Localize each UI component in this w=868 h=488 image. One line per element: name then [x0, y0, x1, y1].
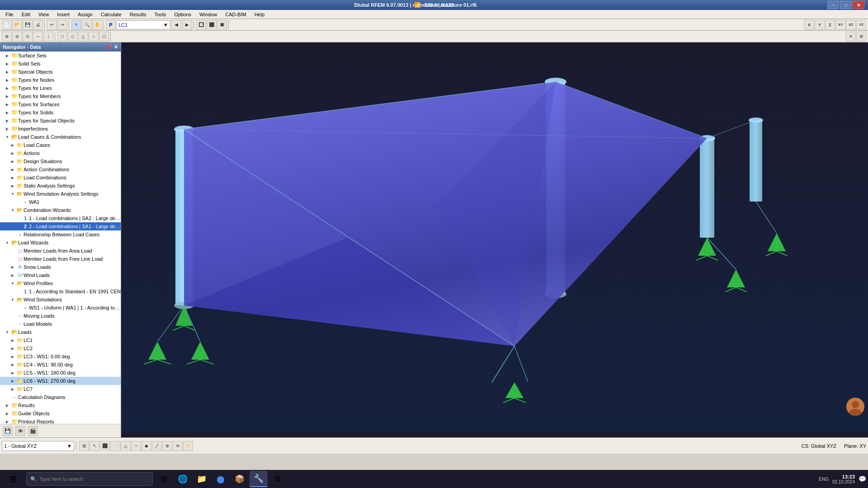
tb-render3[interactable]: 🔳	[217, 20, 227, 30]
tb2-2[interactable]: ⊖	[12, 32, 22, 42]
bottom-btn-9[interactable]: ⊕	[162, 441, 172, 451]
expand-lc5[interactable]: ▶	[9, 369, 16, 376]
expand-lc4[interactable]: ▶	[9, 361, 16, 368]
close-btn[interactable]: ✕	[853, 1, 864, 9]
user-avatar[interactable]	[846, 398, 864, 416]
tree-lc6[interactable]: ▶ 📁 LC6 - WS1: 270.00 deg	[0, 377, 121, 385]
nav-btn-1[interactable]: 💾	[3, 426, 13, 436]
taskbar-widget[interactable]: ⊞	[155, 471, 173, 487]
menu-cadbim[interactable]: CAD-BIM	[222, 11, 250, 18]
lc-dropdown[interactable]: LC1 ▼	[116, 20, 170, 29]
bottom-btn-3[interactable]: ⬛	[100, 441, 110, 451]
expand-imperfections[interactable]: ▶	[4, 125, 11, 132]
tree-results[interactable]: ▶ 📁 Results	[0, 401, 121, 409]
menu-assign[interactable]: Assign	[74, 11, 96, 18]
expand-loads[interactable]: ▼	[4, 328, 11, 336]
nav-close-icon[interactable]: ✕	[114, 44, 118, 50]
expand-load-cases[interactable]: ▶	[9, 141, 16, 149]
tree-lc4[interactable]: ▶ 📁 LC4 - WS1: 90.00 deg	[0, 361, 121, 369]
tb-pin[interactable]: P	[106, 20, 115, 30]
tb-render1[interactable]: 🔲	[196, 20, 206, 30]
tb-select[interactable]: ↖	[71, 20, 81, 30]
expand-snow-loads[interactable]: ▶	[9, 263, 16, 271]
tree-member-free[interactable]: ▶ ⬡ Member Loads from Free Line Load	[0, 255, 121, 263]
menu-help[interactable]: Help	[251, 11, 269, 18]
nav-tree[interactable]: ▶ 📁 Surface Sets ▶ 📁 Solid Sets ▶ 📁 Spec…	[0, 52, 121, 424]
tb-xyz-xz[interactable]: XZ	[846, 20, 856, 30]
taskbar-explorer[interactable]: 📁	[193, 471, 211, 487]
tb2-right2[interactable]: ⚙	[856, 32, 866, 42]
tree-member-area[interactable]: ▶ ⬡ Member Loads from Area Load	[0, 247, 121, 255]
tb2-8[interactable]: △	[78, 32, 88, 42]
menu-insert[interactable]: Insert	[53, 11, 73, 18]
expand-lc6[interactable]: ▶	[9, 377, 16, 385]
tb-open[interactable]: 📂	[12, 20, 22, 30]
expand-lc7[interactable]: ▶	[9, 385, 16, 393]
tree-types-surfaces[interactable]: ▶ 📁 Types for Surfaces	[0, 100, 121, 108]
menu-edit[interactable]: Edit	[18, 11, 34, 18]
minimize-btn[interactable]: ─	[827, 1, 839, 9]
tree-loads[interactable]: ▼ 📂 Loads	[0, 328, 121, 336]
tree-types-members[interactable]: ▶ 📁 Types for Members	[0, 92, 121, 100]
expand-types-solids[interactable]: ▶	[4, 109, 11, 116]
bottom-btn-10[interactable]: ≋	[173, 441, 183, 451]
tree-lc5[interactable]: ▶ 📁 LC5 - WS1: 180.00 deg	[0, 369, 121, 377]
expand-types-special[interactable]: ▶	[4, 117, 11, 124]
bottom-btn-1[interactable]: ⊞	[79, 441, 89, 451]
tb-xyz-z[interactable]: Z	[825, 20, 835, 30]
tree-combo1[interactable]: ▶ 1 1 - Load combinations | SA2 - Large …	[0, 214, 121, 222]
expand-results[interactable]: ▶	[4, 402, 11, 409]
tb-xyz-x[interactable]: X	[804, 20, 814, 30]
tb2-7[interactable]: ◇	[68, 32, 78, 42]
bottom-btn-4[interactable]: ⬜	[110, 441, 120, 451]
menu-calculate[interactable]: Calculate	[97, 11, 125, 18]
tree-load-wizards[interactable]: ▼ 📂 Load Wizards	[0, 239, 121, 247]
expand-wind-simulations[interactable]: ▼	[9, 296, 16, 303]
tree-types-nodes[interactable]: ▶ 📁 Types for Nodes	[0, 76, 121, 84]
bottom-btn-7[interactable]: ◆	[142, 441, 151, 451]
tb-zoom[interactable]: 🔍	[82, 20, 92, 30]
tree-printout-reports[interactable]: ▶ 📁 Printout Reports	[0, 418, 121, 424]
expand-special-objects[interactable]: ▶	[4, 68, 11, 75]
nav-pin-icon[interactable]: 📌	[106, 44, 112, 50]
menu-file[interactable]: File	[2, 11, 17, 18]
menu-window[interactable]: Window	[196, 11, 221, 18]
expand-load-combinations[interactable]: ▶	[9, 174, 16, 181]
tree-relationship[interactable]: ▶ ▪ Relationship Between Load Cases	[0, 230, 121, 239]
nav-btn-3[interactable]: 🎬	[28, 426, 38, 436]
expand-load-wizards[interactable]: ▼	[4, 239, 11, 246]
tb-undo[interactable]: ↩	[47, 20, 57, 30]
menu-results[interactable]: Results	[126, 11, 150, 18]
tree-types-solids[interactable]: ▶ 📁 Types for Solids	[0, 108, 121, 117]
tb2-6[interactable]: □	[57, 32, 67, 42]
tb2-9[interactable]: ○	[89, 32, 99, 42]
tree-load-cases-comb[interactable]: ▼ 📂 Load Cases & Combinations	[0, 133, 121, 141]
maximize-btn[interactable]: □	[840, 1, 852, 9]
menu-view[interactable]: View	[35, 11, 53, 18]
expand-load-cases-comb[interactable]: ▼	[4, 133, 11, 141]
tree-types-special[interactable]: ▶ 📁 Types for Special Objects	[0, 117, 121, 125]
expand-types-lines[interactable]: ▶	[4, 84, 11, 92]
tree-combo-wizards[interactable]: ▼ 📂 Combination Wizards	[0, 206, 121, 214]
tb-xyz-xy[interactable]: XY	[835, 20, 845, 30]
tree-special-objects[interactable]: ▶ 📁 Special Objects	[0, 68, 121, 76]
coordinate-system-dropdown[interactable]: 1 - Global XYZ ▼	[2, 441, 74, 451]
tree-wind-sim-settings[interactable]: ▼ 📂 Wind Simulation Analysis Settings	[0, 190, 121, 198]
tb2-10[interactable]: ⬡	[99, 32, 109, 42]
expand-action-combinations[interactable]: ▶	[9, 166, 16, 173]
tree-wind-profiles[interactable]: ▼ 📂 Wind Profiles	[0, 279, 121, 287]
bottom-btn-11[interactable]: ⚡	[183, 441, 193, 451]
tree-types-lines[interactable]: ▶ 📁 Types for Lines	[0, 84, 121, 92]
tb2-5[interactable]: ↕	[43, 32, 53, 42]
tree-moving-loads[interactable]: ▶ ─ Moving Loads	[0, 312, 121, 320]
taskbar-browser[interactable]: 🌐	[174, 471, 192, 487]
taskbar-rfem[interactable]: 🔧	[250, 471, 268, 487]
expand-actions[interactable]: ▶	[9, 150, 16, 157]
tb-render2[interactable]: ⬛	[207, 20, 217, 30]
tree-load-models[interactable]: ▶ ─ Load Models	[0, 320, 121, 328]
tb-lc-next[interactable]: ▶	[182, 20, 192, 30]
tree-wind-simulations[interactable]: ▼ 📂 Wind Simulations	[0, 296, 121, 304]
bottom-btn-6[interactable]: ○	[131, 441, 141, 451]
taskbar-chrome[interactable]: ⬤	[212, 471, 230, 487]
bottom-btn-2[interactable]: ↖	[90, 441, 99, 451]
